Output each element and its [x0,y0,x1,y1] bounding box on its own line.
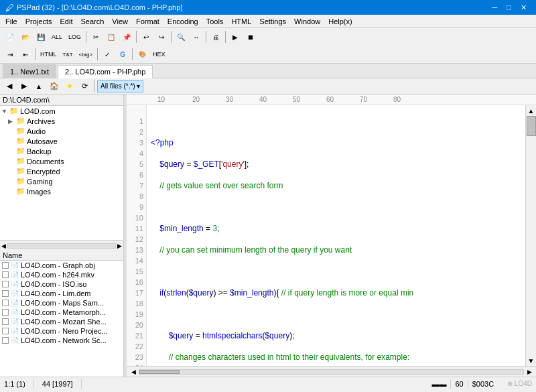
file-checkbox[interactable] [2,271,9,278]
tidy-button[interactable]: T&T [60,47,76,62]
code-hscroll[interactable]: ◀ ▶ [127,366,536,377]
tree-item-gaming[interactable]: 📁 Gaming [0,176,123,186]
hscroll-track[interactable] [7,243,116,249]
list-item[interactable]: 📄 LO4D.com - h264.mkv [0,270,123,279]
save-all-button[interactable]: ALL [49,29,65,44]
menu-tools[interactable]: Tools [202,16,228,27]
tab-new1[interactable]: 1.. New1.txt [3,64,56,78]
spell-button[interactable]: ✓ [100,47,115,62]
file-filter-dropdown[interactable]: All files (*.*) ▾ [97,80,143,92]
replace-button[interactable]: ↔ [189,29,204,44]
search-button[interactable]: 🔍 [174,29,188,44]
close-button[interactable]: ✕ [517,2,531,13]
scroll-track[interactable] [526,116,536,355]
stop-button[interactable]: ⏹ [243,29,258,44]
file-checkbox[interactable] [2,290,9,297]
save-button[interactable]: 💾 [34,29,48,44]
menu-window[interactable]: Window [290,16,324,27]
unindent-button[interactable]: ⇤ [18,47,33,62]
scroll-right-btn[interactable]: ▶ [117,243,122,249]
back-button[interactable]: ◀ [3,80,16,93]
list-item[interactable]: 📄 LO4D.com - Metamorph... [0,308,123,317]
folder-icon: 📁 [16,177,25,186]
google-button[interactable]: G [115,47,130,62]
file-checkbox[interactable] [2,318,9,325]
file-checkbox[interactable] [2,262,9,269]
menu-projects[interactable]: Projects [21,16,56,27]
file-checkbox[interactable] [2,281,9,287]
tag-button[interactable]: <tag> [76,47,95,62]
list-item[interactable]: 📄 LO4D.com - Network Sc... [0,336,123,345]
menu-format[interactable]: Format [132,16,163,27]
tree-item-autosave[interactable]: 📁 Autosave [0,136,123,146]
tab-php[interactable]: 2.. LO4D.com - PHP.php [58,65,153,78]
hex-button[interactable]: HEX [150,47,168,62]
menu-view[interactable]: View [108,16,132,27]
status-right: ▬▬ 60 $003C [431,379,494,389]
format-html-button[interactable]: HTML [38,47,60,62]
menu-help[interactable]: Help(x) [324,16,356,27]
code-line: // changes characters used in html to th… [151,352,521,363]
file-icon: 📄 [11,262,19,269]
up-button[interactable]: ▲ [32,80,46,93]
tree-item-encrypted[interactable]: 📁 Encrypted [0,166,123,176]
toolbar-sep-6 [35,48,36,60]
code-hscroll-track[interactable] [139,369,524,375]
file-checkbox[interactable] [2,309,9,316]
cut-button[interactable]: ✂ [88,29,103,44]
list-item[interactable]: 📄 LO4D.com - Graph.obj [0,261,123,270]
tree-item-backup[interactable]: 📁 Backup [0,146,123,156]
print-button[interactable]: 🖨 [208,29,223,44]
tree-item-documents[interactable]: 📁 Documents [0,156,123,166]
sync-button[interactable]: ⟳ [78,80,91,93]
scroll-thumb[interactable] [527,116,536,136]
scroll-left-btn[interactable]: ◀ [1,243,6,249]
tree-item-images[interactable]: 📁 Images [0,186,123,196]
minimize-button[interactable]: ─ [488,2,502,13]
toolbar-sep-2 [136,31,137,43]
scroll-up-arrow[interactable]: ▲ [526,105,537,116]
tree-hscroll[interactable]: ◀ ▶ [0,240,123,251]
code-scroll-left[interactable]: ◀ [128,369,139,375]
paste-button[interactable]: 📌 [119,29,134,44]
menu-html[interactable]: HTML [227,16,255,27]
copy-button[interactable]: 📋 [104,29,119,44]
log-button[interactable]: LOG [66,29,84,44]
list-item[interactable]: 📄 LO4D.com - Maps Sam... [0,298,123,308]
redo-button[interactable]: ↪ [154,29,169,44]
code-editor: 10 20 30 40 50 60 70 80 1 2 3 4 5 6 7 8 … [127,94,536,377]
menu-encoding[interactable]: Encoding [163,16,202,27]
code-content[interactable]: <?php $query = $_GET['query']; // gets v… [147,105,525,366]
file-checkbox[interactable] [2,337,9,344]
restore-button[interactable]: □ [503,2,515,13]
menu-search[interactable]: Search [76,16,108,27]
list-item[interactable]: 📄 LO4D.com - Mozart She... [0,317,123,326]
menu-file[interactable]: File [1,16,21,27]
scroll-down-arrow[interactable]: ▼ [526,355,537,366]
code-line [151,266,521,277]
menu-edit[interactable]: Edit [56,16,76,27]
new-button[interactable]: 📄 [3,29,17,44]
code-hscroll-thumb[interactable] [139,370,180,374]
code-scroll-right[interactable]: ▶ [524,369,535,375]
list-item[interactable]: 📄 LO4D.com - Nero Projec... [0,326,123,336]
tree-item-lo4d[interactable]: ▼ 📁 LO4D.com [0,106,123,116]
file-checkbox[interactable] [2,328,9,334]
tree-item-audio[interactable]: 📁 Audio [0,126,123,136]
list-item[interactable]: 📄 LO4D.com - ISO.iso [0,279,123,289]
file-icon: 📄 [11,309,19,316]
indent-button[interactable]: ⇥ [3,47,17,62]
vertical-scrollbar[interactable]: ▲ ▼ [525,105,536,366]
forward-button[interactable]: ▶ [17,80,31,93]
undo-button[interactable]: ↩ [139,29,153,44]
menu-settings[interactable]: Settings [255,16,290,27]
favorites-button[interactable]: ★ [63,80,76,93]
list-item[interactable]: 📄 LO4D.com - Lim.dem [0,289,123,298]
app-icon: 🖊 [5,3,14,13]
color-button[interactable]: 🎨 [135,47,149,62]
file-checkbox[interactable] [2,300,9,306]
tree-item-archives[interactable]: ▶ 📁 Archives [0,116,123,126]
open-button[interactable]: 📂 [18,29,33,44]
home-button[interactable]: 🏠 [47,80,62,93]
run-button[interactable]: ▶ [228,29,243,44]
